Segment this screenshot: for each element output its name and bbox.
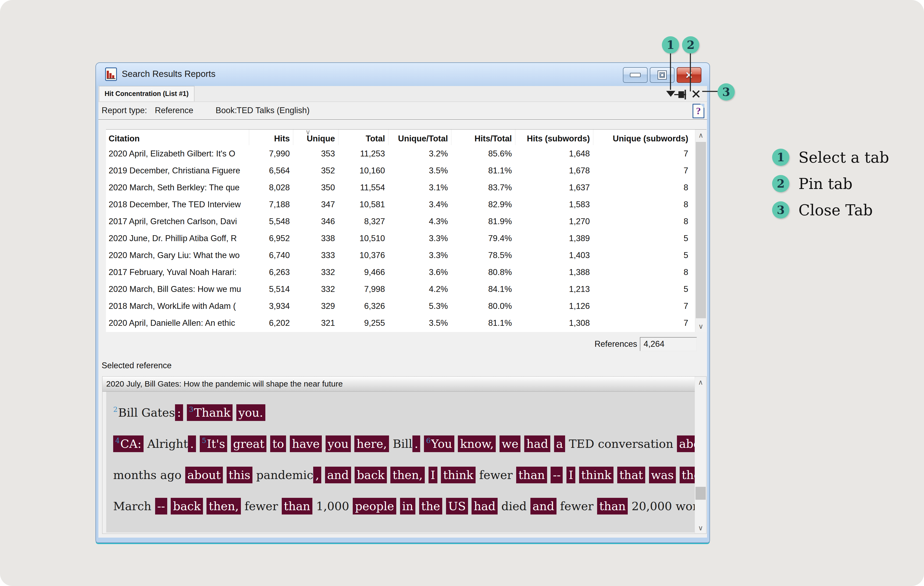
close-tab-icon[interactable]: [691, 89, 701, 98]
highlighted-word: a: [554, 436, 565, 452]
value-cell: 347: [293, 196, 338, 213]
column-header[interactable]: Unique (subwords): [593, 130, 695, 145]
highlighted-word: than: [597, 498, 628, 515]
legend-item: 2Pin tab: [772, 175, 889, 192]
value-cell: 350: [293, 179, 338, 196]
book-value: TED Talks (English): [237, 102, 310, 119]
close-button[interactable]: ×: [676, 67, 701, 83]
value-cell: 8,327: [338, 213, 388, 230]
highlighted-word: than: [282, 498, 312, 515]
reference-scrollbar-thumb[interactable]: [695, 487, 706, 500]
table-row[interactable]: 2020 June, Dr. Phillip Atiba Goff, R6,95…: [106, 230, 695, 247]
column-header[interactable]: Hits: [249, 130, 293, 145]
legend-badge: 2: [772, 175, 789, 192]
selected-reference-title[interactable]: 2020 July, Bill Gates: How the pandemic …: [102, 376, 695, 392]
references-count-field[interactable]: 4,264: [640, 337, 697, 351]
highlighted-word: had: [524, 436, 550, 452]
value-cell: 11,253: [338, 145, 388, 162]
table-scrollbar-thumb[interactable]: [696, 142, 706, 318]
table-row[interactable]: 2020 March, Bill Gates: How we mu5,51433…: [106, 281, 695, 297]
help-icon[interactable]: ?: [693, 104, 705, 118]
column-header[interactable]: Citation: [106, 130, 249, 145]
minimize-button[interactable]: [623, 67, 648, 83]
value-cell: 3.4%: [388, 196, 451, 213]
value-cell: 7: [593, 162, 695, 179]
pin-tab-icon[interactable]: [674, 88, 689, 101]
value-cell: 6,740: [249, 247, 293, 264]
select-tab-arrow-icon[interactable]: [666, 91, 675, 97]
table-row[interactable]: 2017 February, Yuval Noah Harari:6,26333…: [106, 264, 695, 281]
highlighted-word: think: [441, 467, 475, 483]
highlighted-word: --: [551, 467, 563, 483]
table-row[interactable]: 2019 December, Christiana Figuere6,56435…: [106, 162, 695, 179]
highlighted-word: here,: [354, 436, 389, 452]
value-cell: 83.7%: [451, 179, 515, 196]
highlighted-word: 4CA:: [113, 436, 144, 452]
highlighted-word: I: [429, 467, 437, 483]
scroll-up-icon[interactable]: ∧: [695, 376, 706, 388]
callout-legend: 1Select a tab2Pin tab3Close Tab: [772, 149, 889, 228]
value-cell: 5,514: [249, 281, 293, 297]
value-cell: 5.3%: [388, 297, 451, 315]
word: worldwide: [676, 498, 695, 515]
highlighted-word: and: [530, 498, 556, 515]
value-cell: 6,326: [338, 297, 388, 315]
tab-hit-concentration[interactable]: Hit Concentration (List #1): [99, 86, 195, 101]
highlighted-word: to: [270, 436, 286, 452]
table-row[interactable]: 2020 March, Seth Berkley: The que8,02835…: [106, 179, 695, 196]
value-cell: 1,583: [515, 196, 593, 213]
screenshot-canvas: Search Results Reports × Hit Concentrati…: [0, 0, 924, 586]
reference-scrollbar[interactable]: ∧ ∨: [695, 376, 706, 533]
value-cell: 81.1%: [451, 315, 515, 332]
column-header[interactable]: Unique/Total: [388, 130, 451, 145]
column-header[interactable]: Hits/Total: [451, 130, 515, 145]
transcript-line: months ago about this pandemic, and back…: [113, 459, 690, 490]
word: fewer: [560, 498, 593, 515]
value-cell: 7: [593, 145, 695, 162]
table-row[interactable]: 2017 April, Gretchen Carlson, Davi5,5483…: [106, 213, 695, 230]
value-cell: 5,548: [249, 213, 293, 230]
table-row[interactable]: 2020 March, Gary Liu: What the wo6,74033…: [106, 247, 695, 264]
highlighted-word: think: [579, 467, 614, 483]
highlighted-word: .: [412, 436, 421, 452]
scroll-up-icon[interactable]: ∧: [695, 130, 706, 141]
scroll-down-icon[interactable]: ∨: [695, 321, 706, 332]
value-cell: 10,376: [338, 247, 388, 264]
column-header[interactable]: Unique: [293, 130, 338, 145]
window-titlebar[interactable]: Search Results Reports ×: [96, 63, 710, 86]
column-header[interactable]: Hits (subwords): [515, 130, 593, 145]
value-cell: 1,270: [515, 213, 593, 230]
sort-descending-icon[interactable]: ∨: [305, 129, 310, 135]
scroll-down-icon[interactable]: ∨: [695, 522, 706, 533]
word: March: [113, 498, 151, 515]
word: ago: [160, 467, 182, 483]
table-row[interactable]: 2020 April, Elizabeth Gilbert: It's O7,9…: [106, 145, 695, 162]
table-row[interactable]: 2020 April, Danielle Allen: An ethic6,20…: [106, 315, 695, 332]
highlighted-word: then,: [390, 467, 425, 483]
table-row[interactable]: 2018 December, The TED Interview7,188347…: [106, 196, 695, 213]
value-cell: 1,403: [515, 247, 593, 264]
value-cell: 1,388: [515, 264, 593, 281]
value-cell: 3.5%: [388, 162, 451, 179]
value-cell: 3.6%: [388, 264, 451, 281]
report-info-bar: Report type: Reference Book: TED Talks (…: [98, 102, 707, 119]
value-cell: 7,990: [249, 145, 293, 162]
value-cell: 84.1%: [451, 281, 515, 297]
value-cell: 85.6%: [451, 145, 515, 162]
value-cell: 5: [593, 230, 695, 247]
value-cell: 329: [293, 297, 338, 315]
table-scrollbar[interactable]: ∧ ∨: [695, 130, 706, 332]
word: pandemic: [256, 467, 313, 483]
value-cell: 1,648: [515, 145, 593, 162]
value-cell: 7: [593, 297, 695, 315]
table-row[interactable]: 2018 March, WorkLife with Adam (3,934329…: [106, 297, 695, 315]
highlighted-word: ,: [313, 467, 321, 483]
citation-cell: 2019 December, Christiana Figuere: [106, 162, 249, 179]
column-header[interactable]: Total: [338, 130, 388, 145]
citation-cell: 2020 April, Elizabeth Gilbert: It's O: [106, 145, 249, 162]
citation-cell: 2020 March, Gary Liu: What the wo: [106, 247, 249, 264]
highlighted-word: :: [175, 404, 183, 421]
value-cell: 6,564: [249, 162, 293, 179]
highlighted-word: .: [188, 436, 196, 452]
transcript-line: 2Bill Gates: 3Thank you.: [113, 397, 690, 428]
